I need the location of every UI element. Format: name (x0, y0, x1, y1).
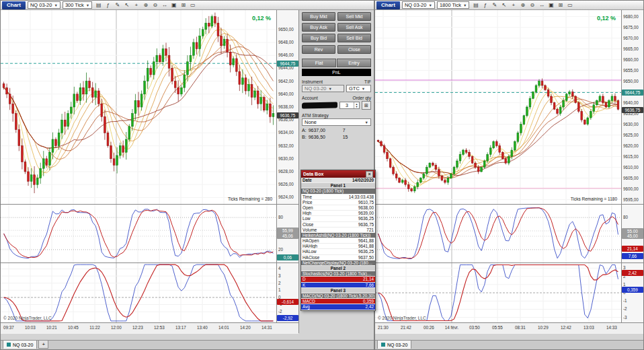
indicators-icon[interactable]: ƒ (481, 1, 489, 9)
time-axis-label: 14:31 (257, 325, 277, 330)
pan-icon[interactable]: ↔ (537, 1, 546, 9)
pan-icon[interactable]: ↔ (160, 1, 169, 9)
axis-tick-label: 9655,00 (623, 68, 639, 73)
data-box-rows: Date14/02/2020Panel 1NQ 03-20 (1800 Tick… (301, 178, 375, 310)
indicator-value-box: 45,06 (277, 233, 298, 239)
tif-select[interactable]: GTC ▼ (346, 85, 371, 92)
axis-tick-label: 9605,00 (623, 176, 639, 180)
databox-row: K7,66 (301, 283, 375, 288)
spinner-arrows-icon[interactable]: ▲▼ (354, 102, 359, 108)
buy-mkt-button[interactable]: Buy Mkt (302, 12, 335, 21)
drawing-tools-icon[interactable]: ✎ (113, 1, 122, 9)
indicator-value-box: 45,00 (622, 233, 643, 239)
snapshot-icon[interactable]: ▣ (547, 1, 555, 9)
axis-tick-label: 3 (278, 273, 281, 278)
time-axis-label: 14:20 (235, 325, 255, 330)
sell-bid-button[interactable]: Sell Bid (337, 34, 371, 42)
time-axis-label: 14:33 (602, 325, 622, 330)
interval-value: 300 Tick (65, 2, 84, 8)
axis-tick-label: -2 (278, 309, 282, 314)
databox-row: Time14:33:03.438 (301, 195, 375, 200)
drawing-tools-icon[interactable]: ✎ (490, 1, 499, 9)
buy-ask-button[interactable]: Buy Ask (302, 23, 335, 32)
ask-label: A: (302, 128, 307, 133)
axis-tick-label: 9632,00 (278, 143, 294, 148)
buy-bid-button[interactable]: Buy Bid (302, 34, 335, 42)
price-axis: 9680,009675,009670,009665,009660,009655,… (621, 10, 643, 322)
databox-row: High9639,00 (301, 211, 375, 216)
chart-canvas[interactable]: 0,12 %Ticks Remaining = 1180© 2020 Ninja… (375, 10, 621, 322)
databox-row: Panel 2 (301, 266, 375, 271)
chart-area[interactable]: 0,12 %Ticks Remaining = 1180© 2020 Ninja… (375, 10, 643, 322)
ruler-icon[interactable]: ▭ (565, 1, 574, 9)
chart-canvas[interactable]: 0,12 %Ticks Remaining = 280© 2020 NinjaT… (1, 10, 276, 322)
trader-instrument-select: NQ 03-20 ▼ (302, 85, 344, 92)
axis-tick-label: 9634,00 (278, 130, 294, 135)
price-box: 9636,75 (622, 107, 643, 113)
chart-area[interactable]: 0,12 %Ticks Remaining = 280© 2020 NinjaT… (1, 10, 298, 322)
sell-ask-button[interactable]: Sell Ask (337, 23, 371, 32)
axis-tick-label: 9620,00 (623, 143, 639, 148)
time-axis-label: 08:31 (510, 325, 530, 330)
ruler-icon[interactable]: ▭ (188, 1, 197, 9)
toolbar: Chart NQ 03-20 ▼ 300 Tick ▼ ▤ƒ✎↖+⊕⊖↔▣⊞▭ (1, 1, 374, 10)
atm-strategy-value: None (305, 119, 363, 125)
databox-row: MACD0,359 (301, 299, 375, 304)
order-qty-label: Order qty (353, 96, 371, 100)
close-position-button[interactable]: Close (337, 45, 371, 54)
zoom-in-icon[interactable]: ⊕ (141, 1, 150, 9)
databox-row: Stochastics(NQ 03-20 (1800 Tick)… (301, 271, 375, 277)
close-icon[interactable]: × (366, 171, 373, 178)
grid-icon[interactable]: ⊞ (179, 1, 188, 9)
axis-tick-label: 9600,00 (623, 186, 639, 191)
interval-select[interactable]: 300 Tick ▼ (63, 1, 92, 9)
interval-select[interactable]: 1800 Tick ▼ (437, 1, 470, 9)
chevron-down-icon: ▼ (86, 3, 89, 7)
grid-icon[interactable]: ⊞ (556, 1, 565, 9)
snapshot-icon[interactable]: ▣ (169, 1, 178, 9)
add-tab-button[interactable]: + (38, 340, 48, 349)
zoom-out-icon[interactable]: ⊖ (528, 1, 536, 9)
tab-label: NQ 03-20 (13, 343, 33, 347)
instrument-select[interactable]: NQ 03-20 ▼ (28, 1, 61, 9)
sell-mkt-button[interactable]: Sell Mkt (337, 12, 371, 21)
axis-tick-label: 9630,00 (278, 156, 294, 161)
axis-tick-label: 80 (278, 215, 283, 219)
time-axis-label: 14:01 (214, 325, 234, 330)
axis-tick-label: 9650,00 (278, 27, 294, 32)
atm-strategy-select[interactable]: None ▼ (302, 118, 371, 126)
ask-size: 7 (343, 128, 346, 133)
tab-nq-03-20[interactable]: NQ 03-20 (377, 340, 411, 349)
order-qty-stepper[interactable]: 3 ▲▼ (339, 102, 360, 109)
cursor-icon[interactable]: ↖ (499, 1, 508, 9)
axis-tick-label: 9640,00 (278, 92, 294, 96)
chart-style-icon[interactable]: ▤ (471, 1, 480, 9)
ask-row: A: 9637,00 7 (302, 128, 371, 133)
instrument-select[interactable]: NQ 03-20 ▼ (402, 1, 435, 9)
tab-strip: NQ 03-20 + (1, 340, 374, 349)
instrument-color-icon (7, 343, 11, 347)
databox-row: Avg2,42 (301, 304, 375, 310)
crosshair-icon[interactable]: + (509, 1, 518, 9)
axis-tick-label: 1 (623, 282, 626, 287)
axis-tick-label: -1 (623, 298, 627, 303)
qty-presets-button[interactable]: ⊞ (362, 101, 371, 110)
account-select[interactable] (302, 102, 337, 109)
chart-style-icon[interactable]: ▤ (94, 1, 103, 9)
indicators-icon[interactable]: ƒ (104, 1, 112, 9)
indicator-value-box: 2,42 (622, 270, 643, 276)
crosshair-icon[interactable]: + (132, 1, 140, 9)
data-box-titlebar[interactable]: Data Box × (301, 170, 375, 178)
chart-window-2: Chart NQ 03-20 ▼ 1800 Tick ▼ ▤ƒ✎↖+⊕⊖↔▣⊞▭… (374, 0, 644, 350)
tab-strip: NQ 03-20 (375, 340, 643, 349)
bid-price: 9636,50 (309, 135, 331, 139)
cursor-icon[interactable]: ↖ (122, 1, 131, 9)
price-box: 9644,75 (277, 61, 298, 67)
zoom-in-icon[interactable]: ⊕ (518, 1, 527, 9)
tab-nq-03-20[interactable]: NQ 03-20 (3, 340, 37, 349)
databox-row: Date14/02/2020 (301, 178, 375, 183)
axis-tick-label: 20 (278, 247, 283, 252)
zoom-out-icon[interactable]: ⊖ (151, 1, 159, 9)
databox-row: Price9610,75 (301, 200, 375, 205)
reverse-button[interactable]: Rev (302, 45, 335, 54)
